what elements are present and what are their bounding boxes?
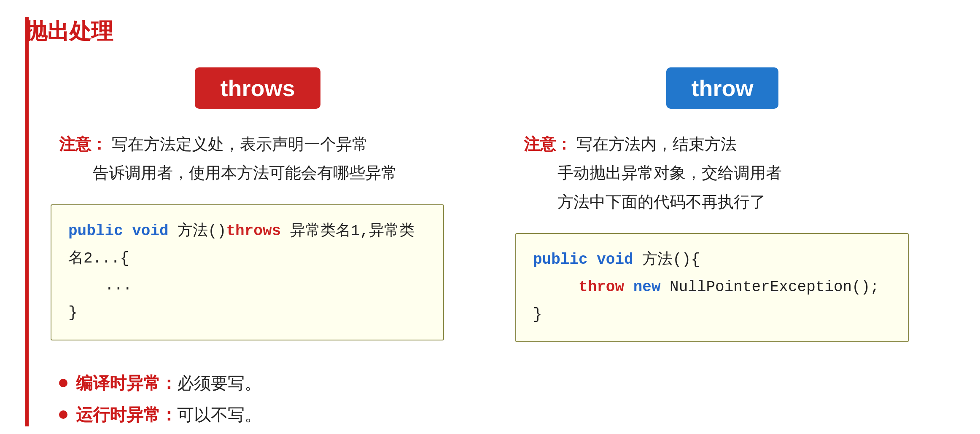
throw-code-line2: throw new NullPointerException(); xyxy=(533,274,891,301)
page-title: 抛出处理 xyxy=(25,17,955,46)
throws-code-line1: public void 方法()throws 异常类名1,异常类名2...{ xyxy=(68,218,426,273)
bullet-text-0: 必须要写。 xyxy=(177,372,261,395)
throw-code-line1: public void 方法(){ xyxy=(533,246,891,274)
bullet-label-0: 编译时异常： xyxy=(76,372,177,395)
main-content: throws 注意： 写在方法定义处，表示声明一个异常 告诉调用者，使用本方法可… xyxy=(25,67,955,359)
throws-note-line2: 告诉调用者，使用本方法可能会有哪些异常 xyxy=(59,158,397,187)
throw-note-line3: 方法中下面的代码不再执行了 xyxy=(524,188,782,216)
throws-code-line2: ... xyxy=(68,272,426,300)
throws-note-label: 注意： xyxy=(59,135,107,153)
throws-column: throws 注意： 写在方法定义处，表示声明一个异常 告诉调用者，使用本方法可… xyxy=(25,67,490,359)
bullet-item-1: 运行时异常： 可以不写。 xyxy=(59,403,955,426)
throws-code-box: public void 方法()throws 异常类名1,异常类名2...{ .… xyxy=(51,204,444,340)
bullet-text-1: 可以不写。 xyxy=(177,403,261,426)
bullet-label-1: 运行时异常： xyxy=(76,403,177,426)
bullet-item-0: 编译时异常： 必须要写。 xyxy=(59,372,955,395)
throw-code-line3: } xyxy=(533,301,891,329)
throw-code-box: public void 方法(){ throw new NullPointerE… xyxy=(515,233,909,342)
bullet-dot-0 xyxy=(59,379,67,387)
throw-note-line2: 手动抛出异常对象，交给调用者 xyxy=(524,158,782,187)
throw-note-label: 注意： xyxy=(524,135,572,153)
throw-note: 注意： 写在方法内，结束方法 手动抛出异常对象，交给调用者 方法中下面的代码不再… xyxy=(515,130,782,216)
bullet-section: 编译时异常： 必须要写。 运行时异常： 可以不写。 xyxy=(25,372,955,426)
throws-note: 注意： 写在方法定义处，表示声明一个异常 告诉调用者，使用本方法可能会有哪些异常 xyxy=(51,130,397,188)
throw-note-line1: 写在方法内，结束方法 xyxy=(576,135,737,153)
throws-badge: throws xyxy=(195,67,320,109)
throw-column: throw 注意： 写在方法内，结束方法 手动抛出异常对象，交给调用者 方法中下… xyxy=(490,67,955,359)
bullet-dot-1 xyxy=(59,410,67,419)
throws-note-line1: 写在方法定义处，表示声明一个异常 xyxy=(112,135,368,153)
throws-code-line3: } xyxy=(68,300,426,327)
throw-badge: throw xyxy=(666,67,779,109)
